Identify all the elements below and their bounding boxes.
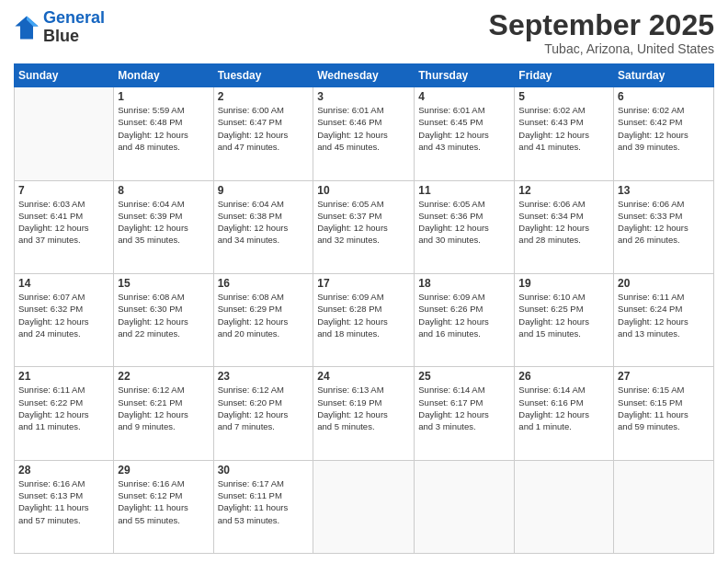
calendar-cell (614, 460, 714, 553)
calendar-body: 1Sunrise: 5:59 AM Sunset: 6:48 PM Daylig… (15, 87, 714, 554)
calendar-cell: 10Sunrise: 6:05 AM Sunset: 6:37 PM Dayli… (313, 180, 415, 273)
day-info: Sunrise: 6:17 AM Sunset: 6:11 PM Dayligh… (218, 477, 310, 526)
calendar-cell: 4Sunrise: 6:01 AM Sunset: 6:45 PM Daylig… (415, 87, 515, 180)
day-info: Sunrise: 6:02 AM Sunset: 6:42 PM Dayligh… (618, 104, 710, 153)
day-info: Sunrise: 6:15 AM Sunset: 6:15 PM Dayligh… (618, 384, 710, 432)
day-number: 8 (118, 184, 209, 197)
day-info: Sunrise: 6:08 AM Sunset: 6:30 PM Dayligh… (118, 291, 209, 339)
day-number: 18 (418, 277, 510, 290)
day-number: 28 (18, 464, 109, 477)
day-info: Sunrise: 6:05 AM Sunset: 6:36 PM Dayligh… (418, 198, 510, 247)
day-info: Sunrise: 6:16 AM Sunset: 6:13 PM Dayligh… (18, 477, 109, 526)
day-number: 13 (618, 184, 710, 197)
logo-text: General Blue (43, 9, 105, 46)
calendar-week-row: 28Sunrise: 6:16 AM Sunset: 6:13 PM Dayli… (15, 460, 714, 553)
logo: General Blue (14, 9, 105, 46)
weekday-header: Wednesday (313, 64, 415, 87)
calendar-cell: 3Sunrise: 6:01 AM Sunset: 6:46 PM Daylig… (313, 87, 415, 180)
day-info: Sunrise: 6:04 AM Sunset: 6:38 PM Dayligh… (218, 198, 310, 247)
calendar-cell: 15Sunrise: 6:08 AM Sunset: 6:30 PM Dayli… (114, 273, 213, 366)
day-number: 22 (118, 370, 209, 383)
day-number: 20 (618, 277, 710, 290)
logo-icon (14, 15, 40, 40)
day-info: Sunrise: 6:06 AM Sunset: 6:34 PM Dayligh… (518, 198, 609, 247)
calendar-week-row: 1Sunrise: 5:59 AM Sunset: 6:48 PM Daylig… (15, 87, 714, 180)
calendar-cell: 8Sunrise: 6:04 AM Sunset: 6:39 PM Daylig… (114, 180, 213, 273)
day-info: Sunrise: 6:13 AM Sunset: 6:19 PM Dayligh… (317, 384, 410, 432)
day-number: 24 (317, 370, 410, 383)
day-info: Sunrise: 6:12 AM Sunset: 6:20 PM Dayligh… (218, 384, 310, 432)
day-info: Sunrise: 5:59 AM Sunset: 6:48 PM Dayligh… (118, 104, 209, 153)
calendar-cell: 30Sunrise: 6:17 AM Sunset: 6:11 PM Dayli… (213, 460, 313, 553)
calendar-cell: 22Sunrise: 6:12 AM Sunset: 6:21 PM Dayli… (114, 367, 213, 460)
day-info: Sunrise: 6:05 AM Sunset: 6:37 PM Dayligh… (317, 198, 410, 247)
weekday-header: Tuesday (213, 64, 313, 87)
day-number: 1 (118, 90, 209, 103)
day-number: 25 (418, 370, 510, 383)
calendar-cell: 6Sunrise: 6:02 AM Sunset: 6:42 PM Daylig… (614, 87, 714, 180)
weekday-header: Saturday (614, 64, 714, 87)
calendar-cell: 20Sunrise: 6:11 AM Sunset: 6:24 PM Dayli… (614, 273, 714, 366)
calendar-cell: 11Sunrise: 6:05 AM Sunset: 6:36 PM Dayli… (415, 180, 515, 273)
calendar-cell: 1Sunrise: 5:59 AM Sunset: 6:48 PM Daylig… (114, 87, 213, 180)
day-info: Sunrise: 6:12 AM Sunset: 6:21 PM Dayligh… (118, 384, 209, 432)
calendar-cell: 2Sunrise: 6:00 AM Sunset: 6:47 PM Daylig… (213, 87, 313, 180)
day-info: Sunrise: 6:11 AM Sunset: 6:24 PM Dayligh… (618, 291, 710, 339)
weekday-row: SundayMondayTuesdayWednesdayThursdayFrid… (15, 64, 714, 87)
day-number: 26 (518, 370, 609, 383)
day-number: 23 (218, 370, 310, 383)
day-number: 14 (18, 277, 109, 290)
day-info: Sunrise: 6:10 AM Sunset: 6:25 PM Dayligh… (518, 291, 609, 339)
calendar-cell: 28Sunrise: 6:16 AM Sunset: 6:13 PM Dayli… (15, 460, 114, 553)
logo-line1: General (43, 8, 105, 27)
day-info: Sunrise: 6:14 AM Sunset: 6:16 PM Dayligh… (518, 384, 609, 432)
calendar-week-row: 21Sunrise: 6:11 AM Sunset: 6:22 PM Dayli… (15, 367, 714, 460)
calendar-cell: 24Sunrise: 6:13 AM Sunset: 6:19 PM Dayli… (313, 367, 415, 460)
title-block: September 2025 Tubac, Arizona, United St… (489, 9, 714, 56)
day-number: 17 (317, 277, 410, 290)
day-info: Sunrise: 6:06 AM Sunset: 6:33 PM Dayligh… (618, 198, 710, 247)
day-info: Sunrise: 6:16 AM Sunset: 6:12 PM Dayligh… (118, 477, 209, 526)
day-info: Sunrise: 6:02 AM Sunset: 6:43 PM Dayligh… (518, 104, 609, 153)
main-title: September 2025 (489, 9, 714, 41)
calendar-cell: 17Sunrise: 6:09 AM Sunset: 6:28 PM Dayli… (313, 273, 415, 366)
day-number: 27 (618, 370, 710, 383)
day-info: Sunrise: 6:03 AM Sunset: 6:41 PM Dayligh… (18, 198, 109, 247)
calendar-cell (313, 460, 415, 553)
day-number: 16 (218, 277, 310, 290)
calendar-cell: 14Sunrise: 6:07 AM Sunset: 6:32 PM Dayli… (15, 273, 114, 366)
day-number: 10 (317, 184, 410, 197)
calendar-cell: 9Sunrise: 6:04 AM Sunset: 6:38 PM Daylig… (213, 180, 313, 273)
day-info: Sunrise: 6:04 AM Sunset: 6:39 PM Dayligh… (118, 198, 209, 247)
day-number: 12 (518, 184, 609, 197)
calendar-cell: 23Sunrise: 6:12 AM Sunset: 6:20 PM Dayli… (213, 367, 313, 460)
calendar-cell (415, 460, 515, 553)
day-number: 5 (518, 90, 609, 103)
calendar-cell: 25Sunrise: 6:14 AM Sunset: 6:17 PM Dayli… (415, 367, 515, 460)
day-number: 7 (18, 184, 109, 197)
logo-line2: Blue (43, 28, 105, 46)
page: General Blue September 2025 Tubac, Arizo… (0, 0, 728, 563)
day-info: Sunrise: 6:00 AM Sunset: 6:47 PM Dayligh… (218, 104, 310, 153)
day-number: 4 (418, 90, 510, 103)
day-number: 19 (518, 277, 609, 290)
subtitle: Tubac, Arizona, United States (489, 41, 714, 56)
calendar-cell: 7Sunrise: 6:03 AM Sunset: 6:41 PM Daylig… (15, 180, 114, 273)
weekday-header: Thursday (415, 64, 515, 87)
day-number: 9 (218, 184, 310, 197)
day-number: 11 (418, 184, 510, 197)
day-info: Sunrise: 6:07 AM Sunset: 6:32 PM Dayligh… (18, 291, 109, 339)
calendar-week-row: 7Sunrise: 6:03 AM Sunset: 6:41 PM Daylig… (15, 180, 714, 273)
day-number: 2 (218, 90, 310, 103)
day-info: Sunrise: 6:01 AM Sunset: 6:46 PM Dayligh… (317, 104, 410, 153)
day-info: Sunrise: 6:11 AM Sunset: 6:22 PM Dayligh… (18, 384, 109, 432)
weekday-header: Sunday (15, 64, 114, 87)
calendar-cell: 16Sunrise: 6:08 AM Sunset: 6:29 PM Dayli… (213, 273, 313, 366)
day-number: 15 (118, 277, 209, 290)
day-info: Sunrise: 6:09 AM Sunset: 6:28 PM Dayligh… (317, 291, 410, 339)
calendar-cell: 21Sunrise: 6:11 AM Sunset: 6:22 PM Dayli… (15, 367, 114, 460)
weekday-header: Friday (515, 64, 614, 87)
calendar-header: SundayMondayTuesdayWednesdayThursdayFrid… (15, 64, 714, 87)
calendar-cell: 29Sunrise: 6:16 AM Sunset: 6:12 PM Dayli… (114, 460, 213, 553)
day-info: Sunrise: 6:08 AM Sunset: 6:29 PM Dayligh… (218, 291, 310, 339)
